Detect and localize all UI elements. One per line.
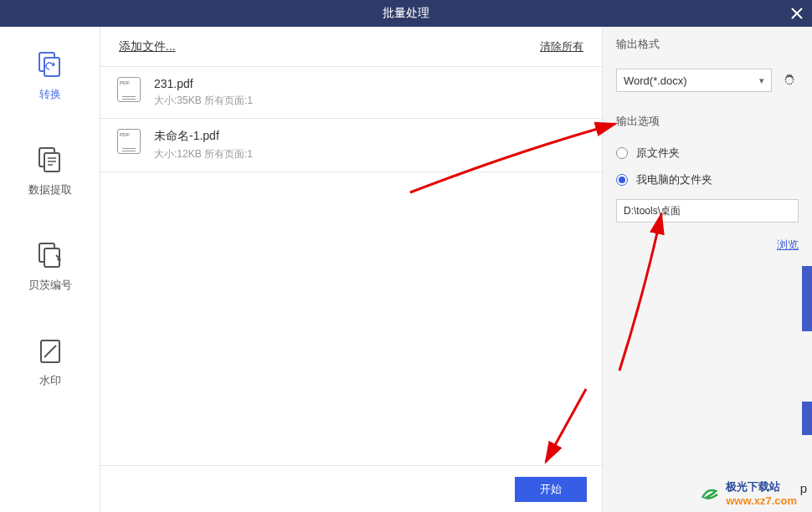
file-item[interactable]: 未命名-1.pdf 大小:12KB 所有页面:1	[100, 119, 602, 172]
right-edge-bar	[802, 402, 812, 435]
sidebar-item-watermark[interactable]: 水印	[35, 336, 65, 388]
file-list: 231.pdf 大小:35KB 所有页面:1 未命名-1.pdf 大小:12KB…	[100, 67, 602, 465]
radio-label: 原文件夹	[636, 146, 680, 161]
format-selected-value: Word(*.docx)	[624, 74, 687, 87]
gear-icon	[781, 72, 798, 89]
svg-rect-8	[44, 248, 59, 267]
browse-link[interactable]: 浏览	[603, 229, 812, 253]
file-name: 未命名-1.pdf	[154, 129, 585, 144]
pdf-file-icon	[117, 77, 141, 102]
watermark-url: www.xz7.com	[726, 494, 797, 507]
extract-icon	[35, 146, 65, 176]
radio-my-folder[interactable]: 我电脑的文件夹	[616, 172, 799, 187]
svg-line-10	[44, 346, 56, 357]
radio-icon	[616, 147, 628, 159]
sidebar-item-bates[interactable]: 贝茨编号	[28, 241, 72, 293]
radio-label: 我电脑的文件夹	[636, 172, 712, 187]
file-name: 231.pdf	[154, 77, 585, 90]
overlay-letter: p	[800, 481, 807, 495]
clear-all-link[interactable]: 清除所有	[540, 39, 583, 54]
right-panel: 输出格式 Word(*.docx) 输出选项 原文件夹 我电脑的文件夹 浏览	[603, 27, 812, 512]
bates-icon	[35, 241, 65, 271]
start-button[interactable]: 开始	[515, 477, 587, 502]
watermark-site-name: 极光下载站	[726, 479, 797, 494]
watermark-icon	[35, 336, 65, 366]
sidebar-label: 转换	[39, 87, 61, 102]
watermark: 极光下载站 www.xz7.com	[701, 479, 797, 507]
watermark-logo-icon	[701, 486, 721, 501]
close-icon	[791, 8, 803, 19]
file-header: 添加文件... 清除所有	[100, 27, 602, 67]
close-button[interactable]	[789, 5, 805, 22]
main-area: 转换 数据提取 贝茨编号 水印 添加文件... 清除所有	[0, 27, 812, 512]
file-meta: 大小:35KB 所有页面:1	[154, 94, 585, 108]
sidebar-item-convert[interactable]: 转换	[35, 50, 65, 102]
radio-group: 原文件夹 我电脑的文件夹	[603, 139, 812, 229]
radio-icon	[616, 174, 628, 186]
sidebar: 转换 数据提取 贝茨编号 水印	[0, 27, 100, 512]
title-bar: 批量处理	[0, 0, 812, 27]
output-options-header: 输出选项	[603, 104, 812, 139]
file-item[interactable]: 231.pdf 大小:35KB 所有页面:1	[100, 67, 602, 119]
sidebar-item-extract[interactable]: 数据提取	[28, 146, 72, 197]
format-row: Word(*.docx)	[603, 62, 812, 104]
folder-path-input[interactable]	[616, 199, 799, 223]
window-title: 批量处理	[383, 6, 429, 21]
settings-button[interactable]	[780, 71, 799, 90]
radio-original-folder[interactable]: 原文件夹	[616, 146, 799, 161]
file-info: 未命名-1.pdf 大小:12KB 所有页面:1	[154, 129, 585, 161]
svg-rect-3	[44, 153, 59, 172]
file-info: 231.pdf 大小:35KB 所有页面:1	[154, 77, 585, 108]
output-format-header: 输出格式	[603, 27, 812, 62]
right-edge-bar	[802, 266, 812, 331]
add-file-link[interactable]: 添加文件...	[119, 39, 176, 54]
sidebar-label: 水印	[39, 373, 61, 388]
file-meta: 大小:12KB 所有页面:1	[154, 147, 585, 161]
format-select[interactable]: Word(*.docx)	[616, 69, 772, 92]
svg-point-11	[787, 78, 792, 83]
pdf-file-icon	[117, 129, 141, 154]
sidebar-label: 贝茨编号	[28, 278, 72, 293]
convert-icon	[35, 50, 65, 80]
file-panel: 添加文件... 清除所有 231.pdf 大小:35KB 所有页面:1 未命名-…	[100, 27, 603, 512]
file-footer: 开始	[100, 465, 602, 512]
sidebar-label: 数据提取	[28, 182, 72, 197]
